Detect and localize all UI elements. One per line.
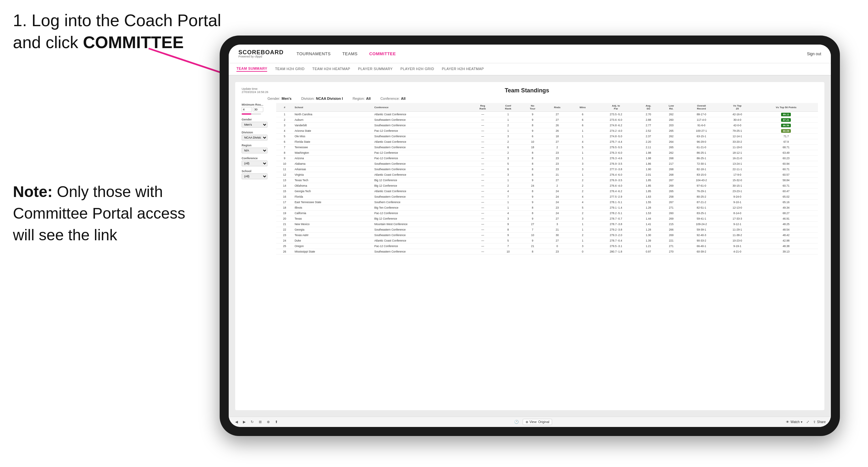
cell-rnds: 30 (544, 232, 570, 238)
toolbar-bookmark[interactable]: ⊕ (266, 419, 271, 425)
cell-conference: Southeastern Conference (373, 167, 470, 172)
cell-vs25: 9-19-1 (720, 244, 754, 249)
min-rounds-min-input[interactable] (242, 107, 252, 112)
cell-rnds: 2 (544, 183, 570, 189)
cell-conference: Big Ten Conference (373, 205, 470, 211)
cell-school: Washington (293, 150, 373, 156)
cell-school: Tennessee (293, 145, 373, 150)
gender-select[interactable]: Men's (242, 122, 268, 128)
toolbar-clock[interactable]: 🕐 (513, 419, 520, 425)
cell-wins: 6 (570, 123, 595, 128)
cell-conf-rank: 1 (496, 199, 521, 205)
cell-school: Virginia (293, 172, 373, 178)
cell-rnds: 24 (544, 189, 570, 194)
main-content: Update time: 27/03/2024 16:56:26 Team St… (229, 75, 831, 416)
toolbar-share-left[interactable]: ⬆ (274, 419, 279, 425)
cell-avg-sg: 2.52 (637, 128, 660, 134)
cell-avg-sg: 1.30 (637, 232, 660, 238)
table-row: 24 Duke Atlantic Coast Conference — 5 9 … (276, 238, 818, 244)
cell-rank: 7 (276, 145, 293, 150)
cell-vs25: 30-15-1 (720, 183, 754, 189)
subnav-team-summary[interactable]: TEAM SUMMARY (237, 66, 267, 72)
region-group: Region N/A (242, 144, 272, 153)
bottom-toolbar: ◀ ▶ ↻ ⊞ ⊕ ⬆ 🕐 ⊕ View: Original 👁 (229, 416, 831, 427)
share-button[interactable]: ⇪ Share (813, 420, 826, 424)
cell-avg-sg: 1.90 (637, 167, 660, 172)
cell-overall: 96-29-0 (683, 139, 720, 145)
cell-school: Vanderbilt (293, 123, 373, 128)
min-rounds-label: Minimum Rou... (242, 103, 272, 106)
school-group: School (All) (242, 169, 272, 179)
cell-rnds: 3 (544, 222, 570, 227)
toolbar-forward[interactable]: ▶ (242, 419, 247, 425)
nav-tournaments[interactable]: TOURNAMENTS (297, 50, 331, 58)
region-filter-label: Region (242, 144, 272, 147)
cell-avg-sg: 1.63 (637, 194, 660, 199)
cell-low-rd: 269 (660, 216, 682, 222)
cell-avg-sg: 1.85 (637, 178, 660, 183)
cell-rank: 14 (276, 183, 293, 189)
cell-low-rd: 269 (660, 232, 682, 238)
subnav-player-h2h-grid[interactable]: PLAYER H2H GRID (401, 67, 434, 71)
sign-out-button[interactable]: Sign out (807, 52, 821, 56)
subnav-player-h2h-heatmap[interactable]: PLAYER H2H HEATMAP (442, 67, 484, 71)
conference-select[interactable]: (All) (242, 160, 268, 166)
cell-rnds: 23 (544, 249, 570, 254)
division-value: NCAA Division I (316, 97, 343, 100)
division-select[interactable]: NCAA Division I (242, 135, 268, 141)
toolbar-expand[interactable]: ⤢ (805, 419, 810, 425)
cell-low-rd: 268 (660, 167, 682, 172)
watch-chevron: ▾ (801, 420, 802, 424)
cell-rank: 6 (276, 139, 293, 145)
cell-rank: 21 (276, 222, 293, 227)
standings-table: # School Conference RegRank ConfRank NoT… (276, 103, 818, 254)
cell-conference: Southeastern Conference (373, 232, 470, 238)
school-select[interactable]: (All) (242, 174, 268, 179)
cell-avg-sg: 1.44 (637, 216, 660, 222)
min-rounds-max-input[interactable] (253, 107, 263, 112)
cell-reg-rank: — (470, 145, 496, 150)
subnav-player-summary[interactable]: PLAYER SUMMARY (358, 67, 393, 71)
subnav-team-h2h-heatmap[interactable]: TEAM H2H HEATMAP (312, 67, 350, 71)
cell-wins: 2 (570, 178, 595, 183)
cell-conf-rank: 9 (496, 222, 521, 227)
table-body: 1 North Carolina Atlantic Coast Conferen… (276, 112, 818, 254)
cell-no-tour: 10 (521, 139, 544, 145)
rounds-slider[interactable] (242, 113, 261, 115)
table-row: 3 Vanderbilt Southeastern Conference — 2… (276, 123, 818, 128)
update-label: Update time: (242, 87, 269, 90)
nav-committee[interactable]: COMMITTEE (369, 50, 396, 58)
cell-conference: Pac-12 Conference (373, 244, 470, 249)
cell-rank: 20 (276, 216, 293, 222)
subnav-team-h2h-grid[interactable]: TEAM H2H GRID (275, 67, 304, 71)
table-row: 6 Florida State Atlantic Coast Conferenc… (276, 139, 818, 145)
cell-conference: Atlantic Coast Conference (373, 238, 470, 244)
nav-teams[interactable]: TEAMS (342, 50, 358, 58)
cell-adj-par: 276.6 -4.0 (595, 183, 637, 189)
region-select[interactable]: N/A (242, 148, 268, 153)
cell-conf-rank: 2 (496, 183, 521, 189)
cell-conference: Pac-12 Conference (373, 156, 470, 161)
sub-nav: TEAM SUMMARY TEAM H2H GRID TEAM H2H HEAT… (229, 63, 831, 75)
cell-points: 71.7 (754, 134, 818, 139)
cell-conf-rank: 8 (496, 227, 521, 232)
toolbar-refresh[interactable]: ↻ (249, 419, 255, 425)
cell-points: 63.49 (754, 150, 818, 156)
cell-no-tour: 21 (521, 244, 544, 249)
cell-no-tour: 8 (521, 167, 544, 172)
cell-rank: 18 (276, 205, 293, 211)
cell-rnds: 0 (544, 244, 570, 249)
cell-wins: 1 (570, 238, 595, 244)
cell-overall: 76-29-1 (683, 189, 720, 194)
tablet-screen: SCOREBOARD Powered by clippd TOURNAMENTS… (229, 44, 831, 427)
cell-reg-rank: — (470, 211, 496, 216)
view-original-button[interactable]: ⊕ View: Original (523, 419, 552, 425)
watch-button[interactable]: 👁 Watch ▾ (786, 420, 802, 424)
cell-avg-sg: 1.98 (637, 156, 660, 161)
cell-rank: 2 (276, 117, 293, 123)
table-row: 17 East Tennessee State Southern Confere… (276, 199, 818, 205)
toolbar-home[interactable]: ⊞ (257, 419, 263, 425)
toolbar-back[interactable]: ◀ (234, 419, 239, 425)
view-original-label: View: Original (529, 420, 550, 424)
col-conference: Conference (373, 103, 470, 112)
